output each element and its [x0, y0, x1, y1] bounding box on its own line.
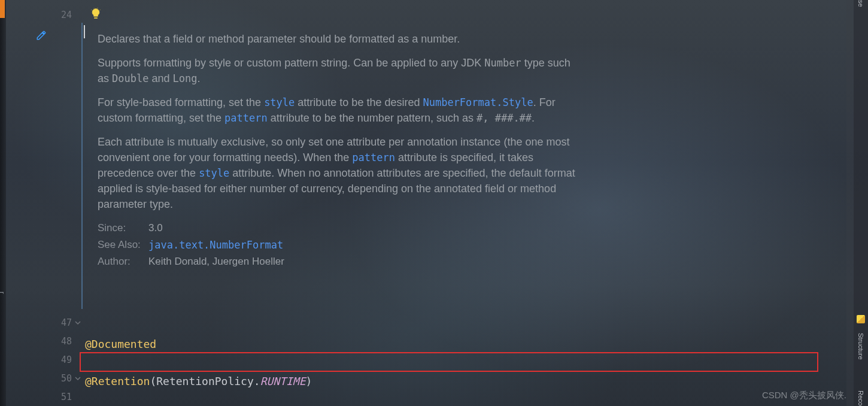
javadoc-link[interactable]: style: [264, 96, 295, 108]
javadoc-since-row: Since: 3.0: [98, 220, 582, 236]
right-tab-fragment-bottom[interactable]: Reco: [856, 387, 866, 406]
code-line-47[interactable]: @Documented: [85, 335, 734, 353]
javadoc-seealso-label: See Also:: [98, 237, 142, 253]
fold-toggle-icon[interactable]: [74, 375, 81, 382]
javadoc-since-value: 3.0: [148, 220, 163, 236]
javadoc-paragraph: Declares that a field or method paramete…: [98, 31, 582, 47]
editor-scrollbar[interactable]: [846, 0, 854, 406]
javadoc-author-row: Author: Keith Donald, Juergen Hoeller: [98, 254, 582, 269]
right-tool-strip[interactable]: se Structure Reco: [854, 0, 868, 406]
watermark-text: CSDN @秃头披风侠.: [762, 390, 846, 401]
line-number: 49: [48, 355, 72, 365]
modified-line-marker: [0, 0, 5, 18]
javadoc-paragraph: Supports formatting by style or custom p…: [98, 55, 582, 86]
text-cursor: [84, 25, 85, 38]
javadoc-paragraph: Each attribute is mutually exclusive, so…: [98, 134, 582, 212]
fold-toggle-icon[interactable]: [74, 319, 81, 326]
annotation-highlight-box: [80, 352, 818, 372]
right-tab-fragment-top[interactable]: se: [856, 0, 866, 11]
line-number: 51: [48, 392, 72, 402]
javadoc-seealso-row: See Also: java.text.NumberFormat: [98, 237, 582, 253]
left-tool-strip[interactable]: r: [0, 0, 6, 406]
javadoc-link[interactable]: NumberFormat.Style: [423, 96, 533, 108]
right-tab-structure[interactable]: Structure: [856, 329, 866, 363]
javadoc-paragraph: For style-based formatting, set the styl…: [98, 95, 582, 126]
edit-icon[interactable]: [36, 30, 47, 44]
intention-bulb-icon[interactable]: [90, 8, 102, 23]
javadoc-author-value: Keith Donald, Juergen Hoeller: [148, 254, 284, 269]
structure-icon[interactable]: [857, 315, 865, 323]
javadoc-seealso-link[interactable]: java.text.NumberFormat: [148, 237, 283, 253]
line-number: 47: [48, 317, 72, 328]
javadoc-link[interactable]: style: [199, 167, 229, 179]
line-number: 50: [48, 373, 72, 384]
line-number: 24: [48, 10, 72, 20]
javadoc-link[interactable]: pattern: [224, 112, 268, 124]
line-number: 48: [48, 336, 72, 347]
javadoc-left-border: [81, 23, 83, 309]
editor-gutter[interactable]: 24 47 48 49 50 51: [25, 0, 78, 406]
javadoc-link[interactable]: pattern: [352, 152, 395, 163]
left-tab-fragment: r: [0, 292, 6, 294]
code-line-48[interactable]: @Retention(RetentionPolicy.RUNTIME): [85, 372, 734, 390]
javadoc-since-label: Since:: [98, 220, 142, 236]
javadoc-author-label: Author:: [98, 254, 142, 269]
javadoc-rendered: Declares that a field or method paramete…: [98, 31, 582, 269]
